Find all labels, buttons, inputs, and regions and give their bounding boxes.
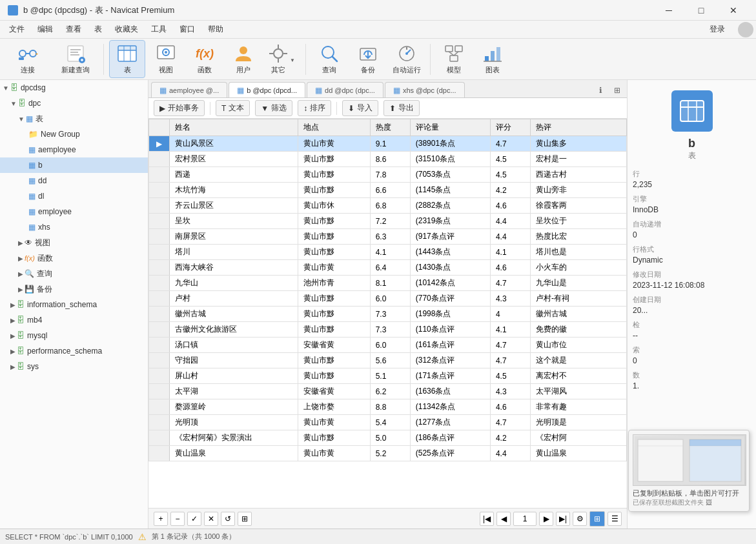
sidebar-item-new-group[interactable]: 📁 New Group (0, 126, 148, 142)
cell-reviews[interactable]: (1998条点 (410, 307, 490, 322)
toolbar-model[interactable]: 模型 (436, 41, 472, 77)
cell-reviews[interactable]: (10142条点 (410, 276, 490, 291)
cancel-row-button[interactable]: ✕ (204, 512, 218, 526)
cell-heat[interactable]: 6.4 (370, 260, 410, 276)
cell-rating[interactable]: 4.2 (490, 430, 530, 446)
toolbar-auto-run[interactable]: 自动运行 (389, 41, 425, 77)
expand-arrow-dpcdsg[interactable]: ▼ (3, 85, 9, 92)
sidebar-item-dpc[interactable]: ▼ 🗄 dpc (0, 96, 148, 111)
tab-grid-button[interactable]: ⊞ (610, 83, 624, 97)
menu-help[interactable]: 帮助 (201, 21, 230, 37)
minimize-button[interactable]: ─ (654, 0, 684, 21)
cell-heat[interactable]: 5.0 (370, 430, 410, 446)
cell-rating[interactable]: 4.6 (490, 198, 530, 214)
cell-name[interactable]: 木坑竹海 (170, 183, 298, 198)
cell-rating[interactable]: 4.6 (490, 399, 530, 415)
cell-reviews[interactable]: (770条点评 (410, 291, 490, 307)
menu-tools[interactable]: 工具 (145, 21, 173, 37)
cell-hot_review[interactable]: 《宏村阿 (530, 430, 626, 446)
cell-hot_review[interactable]: 呈坎位于 (530, 214, 626, 229)
cell-heat[interactable]: 7.3 (370, 322, 410, 337)
cell-name[interactable]: 屏山村 (170, 368, 298, 384)
sidebar-item-employee[interactable]: ▦ employee (0, 204, 148, 219)
table-row[interactable]: 守拙园黄山市黟5.6(312条点评4.7这个就是 (149, 353, 627, 368)
table-row[interactable]: 光明顶黄山市黄5.4(1277条点4.7光明顶是 (149, 415, 627, 430)
table-row[interactable]: 太平湖安徽省黄6.2(1636条点4.3太平湖风 (149, 384, 627, 399)
cell-place[interactable]: 黄山市休 (298, 198, 370, 214)
table-row[interactable]: 婺源篁岭上饶市婺8.8(11342条点4.6非常有趣 (149, 399, 627, 415)
cell-hot_review[interactable]: 离宏村不 (530, 368, 626, 384)
cell-reviews[interactable]: (917条点评 (410, 229, 490, 245)
tab-dd[interactable]: ▦ dd @dpc (dpc... (307, 82, 383, 97)
cell-place[interactable]: 黄山市黄 (298, 415, 370, 430)
cell-place[interactable]: 黄山市黟 (298, 430, 370, 446)
table-row[interactable]: 汤口镇安徽省黄6.0(161条点评4.7黄山市位 (149, 337, 627, 353)
cell-heat[interactable]: 6.0 (370, 337, 410, 353)
sidebar-item-mb4[interactable]: ▶ 🗄 mb4 (0, 312, 148, 328)
refresh-button[interactable]: ↺ (221, 512, 235, 526)
cell-heat[interactable]: 7.8 (370, 167, 410, 183)
filter-row-button[interactable]: ⊞ (238, 512, 252, 526)
filter-button[interactable]: ▼ 筛选 (255, 100, 292, 116)
cell-rating[interactable]: 4.4 (490, 229, 530, 245)
cell-hot_review[interactable]: 西递古村 (530, 167, 626, 183)
cell-place[interactable]: 安徽省黄 (298, 337, 370, 353)
cell-hot_review[interactable]: 徽州古城 (530, 307, 626, 322)
cell-place[interactable]: 黄山市黟 (298, 245, 370, 260)
table-container[interactable]: 姓名 地点 热度 评论量 评分 热评 ▶黄山风景区黄山市黄9.1(38901条点… (148, 119, 627, 508)
cell-place[interactable]: 黄山市黟 (298, 183, 370, 198)
expand-arrow-tables[interactable]: ▼ (18, 116, 25, 123)
cell-place[interactable]: 黄山市黟 (298, 214, 370, 229)
cell-place[interactable]: 黄山市黟 (298, 353, 370, 368)
cell-name[interactable]: 守拙园 (170, 353, 298, 368)
cell-heat[interactable]: 5.6 (370, 353, 410, 368)
cell-hot_review[interactable]: 黄山温泉 (530, 446, 626, 461)
tab-xhs[interactable]: ▦ xhs @dpc (dpc... (385, 82, 465, 97)
cell-place[interactable]: 黄山市黟 (298, 291, 370, 307)
cell-hot_review[interactable]: 热度比宏 (530, 229, 626, 245)
col-rating[interactable]: 评分 (490, 119, 530, 136)
import-button[interactable]: ⬇ 导入 (342, 100, 378, 116)
cell-name[interactable]: 宏村景区 (170, 152, 298, 167)
cell-reviews[interactable]: (2319条点 (410, 214, 490, 229)
sidebar-item-b[interactable]: ▦ b (0, 157, 148, 173)
cell-reviews[interactable]: (1636条点 (410, 384, 490, 399)
cell-place[interactable]: 黄山市黄 (298, 260, 370, 276)
expand-arrow-information-schema[interactable]: ▶ (10, 301, 15, 308)
cell-reviews[interactable]: (7053条点 (410, 167, 490, 183)
cell-reviews[interactable]: (11342条点 (410, 399, 490, 415)
toolbar-function[interactable]: f(x) 函数 (187, 41, 223, 77)
cell-rating[interactable]: 4.5 (490, 152, 530, 167)
cell-name[interactable]: 西递 (170, 167, 298, 183)
cell-rating[interactable]: 4.7 (490, 353, 530, 368)
cell-heat[interactable]: 7.3 (370, 307, 410, 322)
add-row-button[interactable]: + (154, 512, 168, 526)
cell-name[interactable]: 光明顶 (170, 415, 298, 430)
export-button[interactable]: ⬆ 导出 (383, 100, 420, 116)
sidebar-item-backups[interactable]: ▶ 💾 备份 (0, 281, 148, 297)
cell-rating[interactable]: 4.1 (490, 322, 530, 337)
cell-hot_review[interactable]: 徐霞客两 (530, 198, 626, 214)
cell-rating[interactable]: 4.7 (490, 415, 530, 430)
clipboard-tooltip[interactable]: 已复制到粘贴板，单击图片可打开 已保存至联想截图文件夹 🖼 (628, 430, 750, 512)
cell-place[interactable]: 黄山市黟 (298, 368, 370, 384)
cell-hot_review[interactable]: 卢村-有祠 (530, 291, 626, 307)
menu-file[interactable]: 文件 (3, 21, 31, 37)
cell-name[interactable]: 黄山温泉 (170, 446, 298, 461)
cell-name[interactable]: 塔川 (170, 245, 298, 260)
table-row[interactable]: 徽州古城黄山市黟7.3(1998条点4徽州古城 (149, 307, 627, 322)
cell-name[interactable]: 卢村 (170, 291, 298, 307)
cell-rating[interactable]: 4.3 (490, 384, 530, 399)
cell-name[interactable]: 呈坎 (170, 214, 298, 229)
toolbar-view[interactable]: 视图 (148, 41, 184, 77)
confirm-button[interactable]: ✓ (187, 512, 201, 526)
cell-name[interactable]: 《宏村阿菊》实景演出 (170, 430, 298, 446)
cell-place[interactable]: 池州市青 (298, 276, 370, 291)
cell-name[interactable]: 九华山 (170, 276, 298, 291)
cell-name[interactable]: 汤口镇 (170, 337, 298, 353)
login-button[interactable]: 登录 (702, 22, 733, 37)
cell-place[interactable]: 黄山市黟 (298, 307, 370, 322)
expand-arrow-backups[interactable]: ▶ (18, 286, 23, 293)
toolbar-user[interactable]: 用户 (225, 41, 261, 77)
expand-arrow-mysql[interactable]: ▶ (10, 332, 15, 339)
